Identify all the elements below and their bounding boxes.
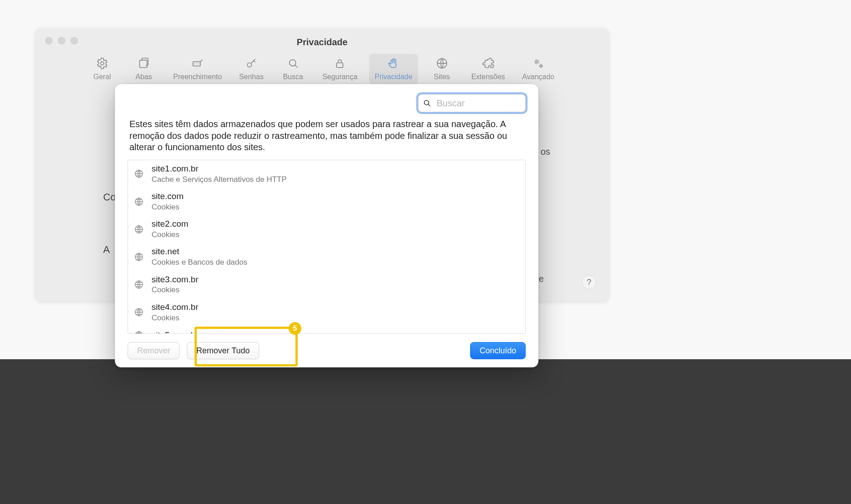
website-data-row[interactable]: site4.com.brCookies [128, 299, 525, 326]
svg-point-9 [424, 100, 429, 105]
search-field-wrap [418, 94, 526, 112]
website-data-row[interactable]: site3.com.brCookies [128, 271, 525, 299]
globe-icon [133, 168, 144, 179]
website-data-text: site1.com.brCache e Serviços Alternativo… [152, 164, 287, 184]
website-name: site1.com.br [152, 164, 287, 174]
website-data-row[interactable]: site1.com.brCache e Serviços Alternativo… [128, 160, 525, 188]
website-name: site2.com [152, 219, 188, 229]
website-data-text: site2.comCookies [152, 219, 188, 239]
globe-icon [133, 307, 144, 318]
website-detail: Cookies [152, 203, 184, 212]
website-detail: Cookies [152, 314, 198, 323]
website-data-row[interactable]: site2.comCookies [128, 215, 525, 243]
globe-icon [133, 224, 144, 235]
search-icon [423, 99, 432, 108]
website-data-list[interactable]: site1.com.brCache e Serviços Alternativo… [128, 160, 526, 334]
website-name: site4.com.br [152, 302, 198, 313]
website-data-row[interactable]: site5.com.br [128, 326, 525, 334]
dialog-footer: Remover Remover Tudo Concluído [128, 334, 526, 359]
website-data-row[interactable]: site.netCookies e Bancos de dados [128, 243, 525, 271]
website-detail: Cookies [152, 230, 188, 239]
website-name: site5.com.br [152, 330, 198, 334]
globe-icon [133, 330, 144, 334]
globe-icon [133, 252, 144, 262]
website-name: site3.com.br [152, 275, 198, 285]
website-detail: Cache e Serviços Alternativos de HTTP [152, 175, 287, 184]
website-detail: Cookies e Bancos de dados [152, 258, 247, 267]
search-input[interactable] [418, 94, 526, 112]
website-name: site.com [152, 191, 184, 202]
page-bottom-bar [0, 359, 851, 504]
globe-icon [133, 279, 144, 290]
globe-icon [133, 196, 144, 207]
website-name: site.net [152, 247, 247, 257]
website-data-row[interactable]: site.comCookies [128, 188, 525, 215]
website-data-dialog: Estes sites têm dados armazenados que po… [115, 84, 538, 367]
website-detail: Cookies [152, 285, 198, 295]
remove-button[interactable]: Remover [128, 342, 180, 359]
website-data-text: site3.com.brCookies [152, 275, 198, 295]
website-data-text: site.netCookies e Bancos de dados [152, 247, 247, 267]
website-data-text: site5.com.br [152, 330, 198, 334]
done-button[interactable]: Concluído [470, 342, 526, 359]
website-data-text: site4.com.brCookies [152, 302, 198, 323]
remove-all-button[interactable]: Remover Tudo [187, 342, 259, 359]
dialog-description: Estes sites têm dados armazenados que po… [129, 119, 524, 153]
website-data-text: site.comCookies [152, 191, 184, 212]
